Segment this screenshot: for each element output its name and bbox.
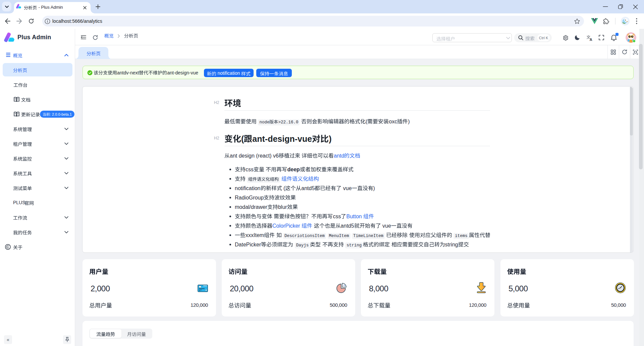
svg-text:A: A — [590, 38, 592, 42]
svg-text:%: % — [343, 284, 345, 287]
